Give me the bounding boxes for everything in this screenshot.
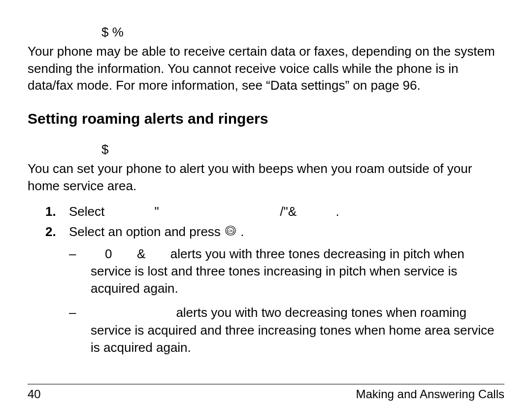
step1-dot: .	[336, 204, 339, 219]
step2-dot: .	[240, 224, 244, 239]
step-1: 1. Select " /"& .	[28, 203, 504, 220]
step1-leading: Select	[69, 204, 108, 219]
top-marker: $ %	[101, 25, 504, 40]
roam-intro-paragraph: You can set your phone to alert you with…	[28, 160, 504, 194]
step1-gap2	[159, 204, 280, 219]
step-body: Select an option and press OK .	[69, 223, 504, 242]
bullet-body: alerts you with two decreasing tones whe…	[91, 304, 504, 356]
datafax-paragraph: Your phone may be able to receive certai…	[28, 43, 504, 94]
section-heading: Setting roaming alerts and ringers	[28, 110, 504, 127]
step-2: 2. Select an option and press OK .	[28, 223, 504, 242]
ordered-steps: 1. Select " /"& . 2. Select an option an…	[28, 203, 504, 356]
bullet1-lead: 0 &	[91, 246, 170, 261]
page-number: 40	[28, 387, 41, 401]
step-body: Select " /"& .	[69, 203, 504, 220]
footer-section-title: Making and Answering Calls	[356, 387, 505, 401]
sub-marker: $	[101, 142, 504, 157]
step-number: 2.	[45, 223, 69, 242]
step1-gap1	[108, 204, 155, 219]
dash-marker: –	[69, 304, 91, 356]
bullet-2: – alerts you with two decreasing tones w…	[28, 304, 504, 356]
svg-text:OK: OK	[228, 229, 233, 233]
step1-q: "	[154, 204, 159, 219]
step2-text: Select an option and press	[69, 224, 224, 239]
step1-gap3	[297, 204, 335, 219]
step1-sym: /"&	[280, 204, 297, 219]
ok-key-icon: OK	[225, 223, 236, 240]
bullet-1: – 0 & alerts you with three tones decrea…	[28, 245, 504, 297]
footer-rule	[28, 384, 504, 384]
bullet-body: 0 & alerts you with three tones decreasi…	[91, 245, 504, 297]
dash-marker: –	[69, 245, 91, 297]
step-number: 1.	[45, 203, 69, 220]
bullet2-lead	[91, 305, 176, 320]
page-footer: 40 Making and Answering Calls	[28, 384, 504, 401]
manual-page: $ % Your phone may be able to receive ce…	[0, 0, 532, 411]
